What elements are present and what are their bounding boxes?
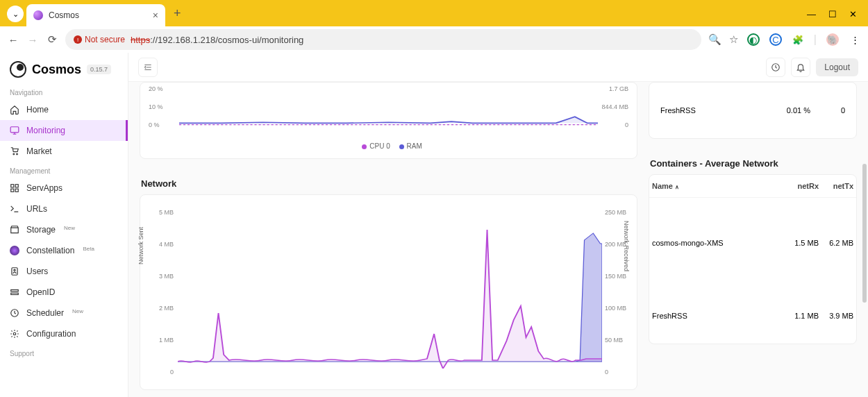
svg-point-8 <box>14 269 15 271</box>
nav-section-navigation: Navigation <box>0 83 128 99</box>
forward-button[interactable]: → <box>26 34 39 46</box>
not-secure-chip[interactable]: !Not secure <box>74 35 125 44</box>
side-top-card: FreshRSS 0.01 % 0 <box>649 82 857 139</box>
market-icon <box>10 146 19 156</box>
sidebar-item-monitoring[interactable]: Monitoring <box>0 120 128 141</box>
tab-search-dropdown[interactable]: ⌄ <box>7 6 24 22</box>
favicon-icon <box>33 10 43 20</box>
table-row[interactable]: cosmos-mongo-XMS 1.5 MB 6.2 MB <box>649 198 856 288</box>
svg-rect-6 <box>15 189 18 192</box>
network-chart-card: Network Sent 5 MB4 MB3 MB2 MB1 MB0 250 M… <box>140 194 637 390</box>
nav-section-management: Management <box>0 162 128 178</box>
home-icon <box>10 105 19 115</box>
containers-network-card: Name ∧ netRx netTx cosmos-mongo-XMS 1.5 … <box>649 174 857 344</box>
browser-tabstrip: ⌄ Cosmos × + — ☐ ✕ <box>0 0 868 26</box>
svg-rect-10 <box>11 293 19 294</box>
cpu-chart-legend: CPU 0 RAM <box>149 142 628 150</box>
reload-button[interactable]: ⟳ <box>46 33 58 46</box>
cpu-y-left-ticks: 20 %10 %0 % <box>149 85 163 140</box>
sidebar-item-constellation[interactable]: ConstellationBeta <box>0 240 128 261</box>
browser-toolbar: ← → ⟳ !Not secure https://192.168.1.218/… <box>0 26 868 53</box>
legend-dot-cpu-icon <box>362 144 367 149</box>
cpu-y-right-ticks: 1.7 GB844.4 MB0 <box>601 85 628 140</box>
clock-icon <box>771 62 781 72</box>
cpu-ram-chart-card: 20 %10 %0 % 1.7 GB844.4 MB0 <box>140 82 637 159</box>
sidebar-item-market[interactable]: Market <box>0 141 128 162</box>
extensions-menu-icon[interactable]: 🧩 <box>792 33 804 46</box>
bell-icon <box>796 62 806 72</box>
svg-rect-4 <box>15 185 18 187</box>
sidebar-item-home[interactable]: Home <box>0 99 128 120</box>
brand-name: Cosmos <box>32 62 81 77</box>
servapps-icon <box>10 183 19 193</box>
configuration-icon <box>10 329 19 339</box>
svg-point-1 <box>13 153 15 155</box>
sidebar-toggle-button[interactable] <box>138 58 158 77</box>
address-bar[interactable]: !Not secure https://192.168.1.218/cosmos… <box>65 29 701 50</box>
window-close-icon[interactable]: ✕ <box>849 9 857 19</box>
bookmark-icon[interactable]: ☆ <box>728 33 740 46</box>
window-minimize-icon[interactable]: — <box>807 9 816 19</box>
browser-menu-icon[interactable]: ⋮ <box>849 33 861 46</box>
sidebar-item-openid[interactable]: OpenID <box>0 282 128 303</box>
zoom-icon[interactable]: 🔍 <box>708 33 721 46</box>
back-button[interactable]: ← <box>7 34 19 46</box>
menu-collapse-icon <box>143 62 153 72</box>
table-row[interactable]: FreshRSS 0.01 % 0 <box>658 91 848 130</box>
network-y-left-ticks: 5 MB4 MB3 MB2 MB1 MB0 <box>153 209 174 375</box>
network-section-title: Network <box>140 170 637 194</box>
brand-logo-icon <box>10 61 26 78</box>
tab-title: Cosmos <box>49 10 79 20</box>
storage-icon <box>10 225 19 235</box>
network-y-right-label: Network Received <box>623 221 630 271</box>
nav-section-support: Support <box>0 344 128 360</box>
network-plot <box>178 202 602 369</box>
brand[interactable]: Cosmos 0.15.7 <box>0 53 128 83</box>
sidebar-item-users[interactable]: Users <box>0 261 128 282</box>
extension-icon-2[interactable]: C <box>769 33 782 46</box>
svg-rect-3 <box>11 185 14 187</box>
sort-asc-icon: ∧ <box>675 184 679 190</box>
urls-icon <box>10 204 19 214</box>
sidebar: Cosmos 0.15.7 Navigation Home Monitoring… <box>0 53 128 397</box>
svg-rect-5 <box>11 189 14 192</box>
containers-network-title: Containers - Average Network <box>649 150 857 174</box>
topbar: Logout <box>128 53 868 82</box>
col-netrx-header[interactable]: netRx <box>777 182 819 190</box>
sidebar-item-scheduler[interactable]: SchedulerNew <box>0 303 128 323</box>
openid-icon <box>10 287 19 297</box>
sidebar-item-configuration[interactable]: Configuration <box>0 323 128 344</box>
window-maximize-icon[interactable]: ☐ <box>828 9 837 19</box>
svg-point-2 <box>17 153 18 155</box>
sidebar-item-servapps[interactable]: ServApps <box>0 178 128 198</box>
close-tab-icon[interactable]: × <box>153 10 158 21</box>
main-content: Logout 20 %10 %0 % 1.7 GB844.4 MB0 <box>128 53 868 397</box>
table-row[interactable]: FreshRSS 1.1 MB 3.9 MB <box>649 288 856 344</box>
svg-rect-9 <box>11 290 19 292</box>
extension-icon-1[interactable]: ◐ <box>747 33 760 46</box>
cpu-ram-plot <box>179 85 598 133</box>
constellation-icon <box>10 246 19 255</box>
legend-dot-ram-icon <box>399 144 404 149</box>
logout-button[interactable]: Logout <box>816 58 858 76</box>
col-name-header[interactable]: Name ∧ <box>652 182 777 190</box>
brand-version: 0.15.7 <box>87 65 111 74</box>
new-tab-button[interactable]: + <box>174 6 181 21</box>
browser-tab[interactable]: Cosmos × <box>26 4 165 26</box>
url-text: https://192.168.1.218/cosmos-ui/monitori… <box>131 35 303 45</box>
col-nettx-header[interactable]: netTx <box>819 182 853 190</box>
profile-avatar-icon[interactable]: 🐘 <box>826 33 839 46</box>
sidebar-item-urls[interactable]: URLs <box>0 198 128 219</box>
svg-rect-0 <box>10 127 19 133</box>
users-icon <box>10 267 19 276</box>
history-button[interactable] <box>766 58 785 77</box>
sidebar-item-storage[interactable]: StorageNew <box>0 219 128 240</box>
svg-point-12 <box>13 332 16 335</box>
notifications-button[interactable] <box>791 58 810 77</box>
scrollbar-thumb[interactable] <box>862 164 867 303</box>
table-header: Name ∧ netRx netTx <box>649 175 856 198</box>
monitoring-icon <box>10 126 19 135</box>
scheduler-icon <box>10 308 19 318</box>
